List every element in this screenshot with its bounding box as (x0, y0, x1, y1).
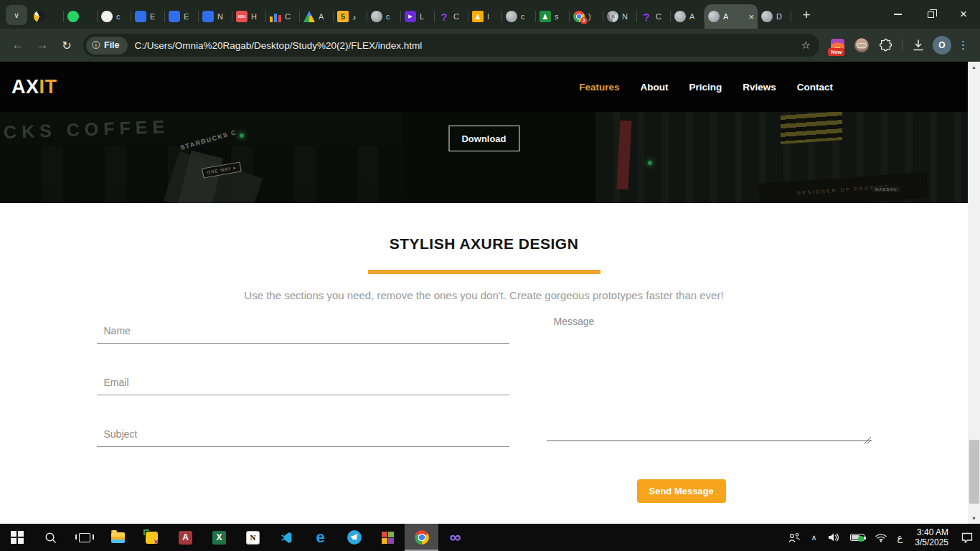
wifi-button[interactable] (871, 524, 891, 551)
logo-part-2: IT (39, 76, 57, 98)
tab-classroom-yellow[interactable]: ♟ I (468, 4, 502, 29)
tab-notion-3[interactable]: N (199, 4, 232, 29)
tab-chrome-badge[interactable]: ) (570, 4, 603, 29)
taskbar-search-button[interactable] (34, 524, 67, 551)
visual-studio-icon[interactable]: ∞ (438, 524, 472, 551)
tab-five[interactable]: 5 د (334, 4, 367, 29)
download-icon (911, 38, 925, 52)
tab-chart[interactable]: C (266, 4, 300, 29)
tab-title: c (386, 12, 390, 21)
subject-input[interactable] (97, 414, 509, 447)
tab-globe-2[interactable]: c (502, 4, 536, 29)
people-button[interactable] (784, 524, 804, 551)
battery-button[interactable] (847, 524, 868, 551)
scrollbar-down-arrow[interactable]: ▼ (968, 513, 980, 524)
site-logo[interactable]: AXIT (11, 76, 57, 98)
tab-video[interactable]: ▶ L (401, 4, 435, 29)
notion-icon[interactable]: N (236, 524, 270, 551)
tab-title: C (656, 12, 661, 21)
tab-favicon-icon (101, 11, 113, 22)
name-input[interactable] (97, 311, 509, 344)
tab-close-icon[interactable]: × (748, 12, 754, 22)
tab-question-2[interactable]: ? C (637, 4, 671, 29)
vscode-glyph (281, 532, 293, 544)
extensions-menu-button[interactable] (875, 34, 897, 57)
microsoft-app-icon[interactable] (371, 524, 405, 551)
ms-excel-icon[interactable]: X (202, 524, 236, 551)
edge-icon[interactable]: e (303, 524, 337, 551)
nav-about[interactable]: About (640, 82, 668, 93)
start-button[interactable] (0, 524, 34, 551)
url-text[interactable]: C:/Users/Omnia%20Ragab/Desktop/Study%20(… (135, 40, 800, 51)
accent-underline (368, 270, 600, 274)
tab-chrome-gray[interactable]: N (603, 4, 637, 29)
app-icon (280, 530, 294, 545)
tab-search-button[interactable]: ∨ (6, 5, 27, 25)
search-icon (44, 532, 57, 544)
tab-gear[interactable]: c (98, 4, 131, 29)
tab-globe-3[interactable]: A (671, 4, 705, 29)
tab-globe-4[interactable]: D (758, 4, 791, 29)
tab-favicon-icon: HSU (236, 11, 248, 22)
tab-active[interactable]: A × (705, 4, 758, 29)
action-center-button[interactable] (957, 524, 977, 551)
message-textarea[interactable] (547, 311, 872, 441)
tab-whatsapp[interactable] (64, 4, 98, 29)
nav-pricing[interactable]: Pricing (689, 82, 722, 93)
taskbar-clock[interactable]: 3:40 AM 3/5/2025 (909, 527, 954, 547)
tab-avatar[interactable] (30, 4, 64, 29)
tab-notion-2[interactable]: E (165, 4, 199, 29)
minimize-button[interactable] (881, 0, 914, 29)
tab-question-1[interactable]: ? C (435, 4, 468, 29)
screenshot-tool-icon[interactable] (135, 524, 169, 551)
downloads-button[interactable] (908, 34, 929, 57)
extension-avatar-button[interactable] (851, 34, 872, 57)
extension-new-button[interactable]: New (826, 34, 848, 57)
vscode-icon[interactable] (270, 524, 303, 551)
tray-overflow-button[interactable]: ∧ (807, 524, 820, 551)
file-explorer-icon[interactable] (101, 524, 135, 551)
tab-classroom-green[interactable]: ♟ s (536, 4, 570, 29)
restore-button[interactable] (914, 0, 947, 29)
bookmark-star-icon[interactable]: ☆ (800, 39, 812, 52)
address-bar[interactable]: ⓘ File C:/Users/Omnia%20Ragab/Desktop/St… (83, 34, 819, 57)
language-indicator[interactable]: ع (894, 524, 907, 551)
info-icon: ⓘ (92, 39, 100, 52)
nav-contact[interactable]: Contact (797, 82, 833, 93)
tab-notion-1[interactable]: E (131, 4, 165, 29)
reload-button[interactable]: ↻ (56, 34, 77, 56)
nav-features[interactable]: Features (579, 82, 619, 93)
download-button[interactable]: Download (448, 126, 519, 151)
app-icon: X (212, 531, 226, 545)
close-window-button[interactable]: × (947, 0, 980, 29)
back-button[interactable]: ← (7, 34, 29, 56)
tab-title: E (150, 12, 155, 21)
tab-globe-1[interactable]: c (367, 4, 401, 29)
tab-hsu[interactable]: HSU H (232, 4, 266, 29)
tab-drive[interactable]: A (300, 4, 334, 29)
action-center-icon (961, 532, 974, 543)
textarea-resize-handle[interactable] (864, 437, 871, 444)
telegram-icon[interactable] (337, 524, 371, 551)
email-input[interactable] (97, 362, 509, 395)
app-icon: ∞ (448, 530, 463, 545)
ms-access-icon[interactable]: A (169, 524, 202, 551)
file-scheme-chip[interactable]: ⓘ File (86, 37, 128, 55)
scrollbar-up-arrow[interactable]: ▲ (968, 62, 980, 72)
section-title: STYLISH AXURE DESIGN (0, 235, 968, 253)
browser-toolbar: ← → ↻ ⓘ File C:/Users/Omnia%20Ragab/Desk… (0, 29, 980, 62)
forward-button[interactable]: → (32, 34, 53, 56)
profile-avatar[interactable]: O (933, 36, 951, 55)
browser-menu-button[interactable]: ⋮ (953, 39, 973, 52)
chrome-icon[interactable] (405, 524, 438, 551)
tab-title: A (689, 12, 694, 21)
volume-button[interactable] (824, 524, 844, 551)
new-tab-button[interactable]: + (796, 4, 817, 26)
scrollbar-thumb[interactable] (969, 440, 979, 504)
task-view-button[interactable] (67, 524, 101, 551)
app-icon (111, 532, 125, 543)
page-scrollbar[interactable]: ▲ ▼ (968, 62, 980, 524)
tab-favicon-icon (270, 11, 281, 22)
nav-rviews[interactable]: Rviews (743, 82, 776, 93)
send-message-button[interactable]: Send Message (637, 479, 726, 503)
